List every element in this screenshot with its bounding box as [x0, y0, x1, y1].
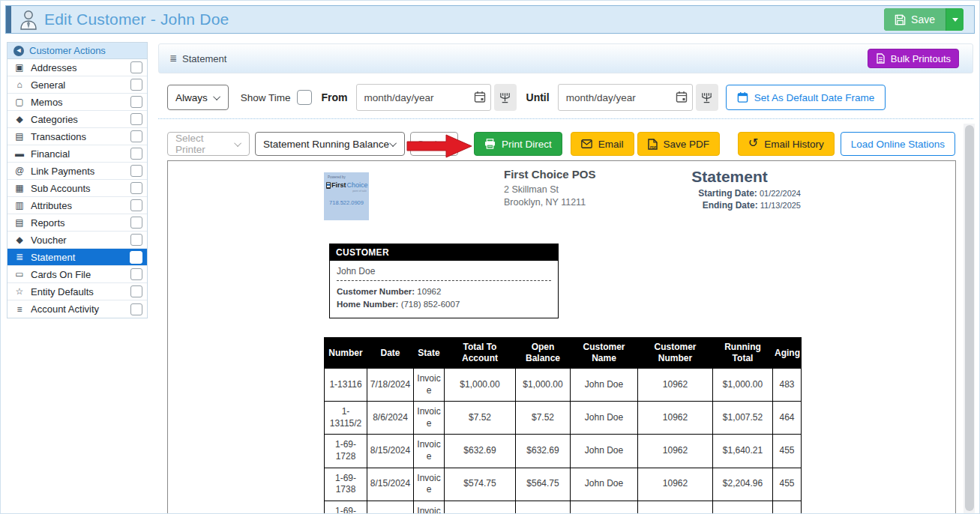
table-cell: $7.52 [516, 402, 571, 435]
column-header-number: Number [325, 338, 367, 369]
sidebar-item-categories[interactable]: ◆Categories [7, 111, 147, 128]
vertical-scrollbar[interactable] [964, 124, 975, 514]
table-cell: $1,640.21 [713, 435, 773, 468]
sidebar-items: ▣Addresses⌂General▢Memos◆Categories▤Tran… [7, 59, 147, 318]
sidebar-item-general[interactable]: ⌂General [7, 76, 147, 94]
financial-checkbox[interactable] [130, 148, 142, 160]
scrollbar-thumb[interactable] [965, 125, 974, 511]
sub-accounts-checkbox[interactable] [130, 182, 142, 194]
statement-layout-dropdown[interactable]: Statement Running Balance [255, 132, 405, 156]
svg-text:PDF: PDF [650, 145, 657, 148]
attributes-icon: ▥ [13, 200, 25, 211]
sidebar-item-label: Attributes [31, 200, 125, 211]
reports-checkbox[interactable] [130, 217, 142, 229]
sidebar-item-addresses[interactable]: ▣Addresses [7, 59, 147, 76]
email-button[interactable]: Email [571, 132, 634, 156]
from-date-input[interactable] [356, 84, 491, 111]
customer-box-header: CUSTOMER [330, 244, 558, 261]
history-icon: ↺ [748, 137, 758, 149]
cards-on-file-checkbox[interactable] [130, 268, 142, 280]
sidebar-item-voucher[interactable]: ◆Voucher [7, 232, 147, 249]
table-cell: $632.69 [445, 435, 516, 468]
statement-preview: Powered by FirstChoice point of sale 718… [167, 160, 956, 514]
statement-checkbox[interactable] [130, 251, 142, 264]
save-dropdown-button[interactable] [946, 8, 964, 31]
column-header-customer-number: Customer Number [638, 338, 713, 369]
person-icon [19, 9, 38, 30]
table-cell: 7/18/2024 [367, 369, 414, 402]
firstchoice-logo: Powered by FirstChoice point of sale 718… [324, 172, 369, 220]
email-history-button[interactable]: ↺ Email History [738, 132, 835, 156]
date-range-select[interactable]: Always [167, 85, 229, 110]
company-address-line2: Brooklyn, NY 11211 [504, 196, 596, 209]
sidebar-item-link-payments[interactable]: @Link Payments [7, 163, 147, 180]
save-button[interactable]: Save [884, 8, 946, 31]
sidebar-item-sub-accounts[interactable]: ▦Sub Accounts [7, 180, 147, 197]
header-accent-bar [6, 6, 11, 33]
chevron-down-icon [389, 139, 397, 147]
page-title: Edit Customer - John Doe [44, 10, 229, 28]
entity-defaults-checkbox[interactable] [130, 285, 142, 297]
hebrew-calendar-button[interactable] [696, 84, 718, 111]
table-cell: 8/15/2024 [367, 501, 414, 514]
sidebar-item-statement[interactable]: ≣Statement [7, 249, 147, 266]
memos-checkbox[interactable] [130, 96, 142, 108]
print-direct-button[interactable]: Print Direct [474, 132, 562, 156]
sidebar-item-transactions[interactable]: ▤Transactions [7, 128, 147, 145]
sidebar-item-account-activity[interactable]: ≡Account Activity [7, 300, 147, 318]
sidebar-item-financial[interactable]: ▬Financial [7, 145, 147, 163]
general-checkbox[interactable] [130, 79, 142, 91]
sidebar-item-label: Transactions [31, 131, 125, 142]
account-activity-checkbox[interactable] [130, 303, 142, 315]
load-online-stations-button[interactable]: Load Online Stations [841, 132, 955, 156]
table-cell: 10962 [638, 435, 713, 468]
addresses-checkbox[interactable] [130, 61, 142, 73]
link-payments-icon: @ [13, 166, 25, 176]
sidebar-item-label: Categories [31, 114, 125, 125]
column-header-open-balance: Open Balance [516, 338, 571, 369]
sidebar-item-entity-defaults[interactable]: ☆Entity Defaults [7, 283, 147, 300]
sidebar-item-reports[interactable]: ▤Reports [7, 214, 147, 232]
save-pdf-button[interactable]: PDF Save PDF [637, 132, 721, 156]
calendar-icon[interactable] [676, 91, 688, 103]
hebrew-calendar-button[interactable] [494, 84, 517, 111]
sidebar-item-attributes[interactable]: ▥Attributes [7, 197, 147, 214]
calendar-icon[interactable] [474, 91, 486, 103]
account-activity-icon: ≡ [13, 304, 25, 315]
voucher-checkbox[interactable] [130, 234, 142, 246]
table-cell: John Doe [571, 402, 638, 435]
select-printer-dropdown[interactable]: Select Printer [167, 132, 250, 156]
table-cell: 455 [773, 501, 802, 514]
set-default-date-frame-button[interactable]: Set As Default Date Frame [726, 85, 886, 110]
bulk-printouts-button[interactable]: Bulk Printouts [868, 49, 959, 68]
until-date-input[interactable] [558, 84, 693, 111]
general-icon: ⌂ [13, 79, 25, 90]
app-header: Edit Customer - John Doe Save [5, 5, 975, 34]
table-cell: 455 [773, 435, 802, 468]
cards-on-file-icon: ▭ [13, 269, 25, 279]
transactions-checkbox[interactable] [130, 130, 142, 142]
column-header-date: Date [367, 338, 414, 369]
sidebar-header-label: Customer Actions [29, 45, 106, 56]
starting-date-line: Starting Date: 01/22/2024 [591, 187, 801, 199]
sidebar-item-label: Account Activity [31, 303, 125, 315]
pdf-file-icon: PDF [648, 139, 658, 150]
attributes-checkbox[interactable] [130, 199, 142, 211]
sidebar-header: ◄ Customer Actions [7, 43, 147, 59]
categories-checkbox[interactable] [130, 113, 142, 125]
statement-tabbar: ≣ Statement Bulk Printouts [158, 43, 973, 73]
sidebar-item-label: Memos [31, 97, 125, 108]
link-payments-checkbox[interactable] [130, 165, 142, 177]
table-cell: 1-69-1754 [325, 501, 367, 514]
home-number-line: Home Number: (718) 852-6007 [337, 298, 551, 311]
separator [158, 118, 973, 119]
categories-icon: ◆ [13, 114, 25, 124]
show-time-checkbox[interactable] [297, 90, 312, 105]
sidebar-item-memos[interactable]: ▢Memos [7, 94, 147, 111]
arrow-circle-left-icon: ◄ [13, 46, 24, 56]
copies-input[interactable] [410, 132, 458, 156]
sidebar-item-cards-on-file[interactable]: ▭Cards On File [7, 266, 147, 283]
column-header-state: State [414, 338, 445, 369]
column-header-total-to-account: Total To Account [445, 338, 516, 369]
statement-title: Statement [591, 168, 801, 186]
